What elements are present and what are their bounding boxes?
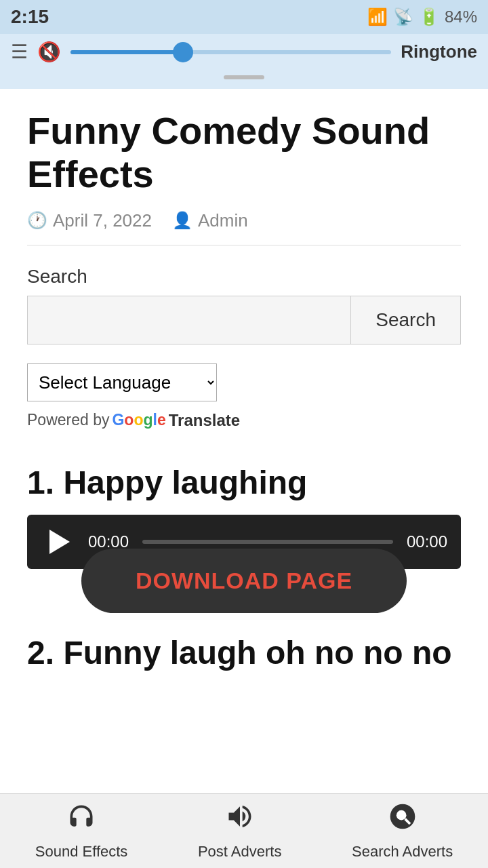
volume-bar: ☰ 🔇 Ringtone (0, 34, 488, 73)
nav-label-sound-effects: Sound Effects (35, 843, 128, 861)
google-logo: Google (112, 411, 165, 429)
battery-percent: 84% (445, 7, 477, 26)
svg-point-1 (396, 810, 406, 821)
bottom-nav: Sound Effects Post Adverts Search Advert… (0, 793, 488, 868)
language-select[interactable]: Select Language English Spanish French G… (27, 363, 217, 401)
time-end-1: 00:00 (407, 532, 447, 551)
clock-icon: 🕐 (27, 211, 47, 230)
language-section: Select Language English Spanish French G… (27, 363, 461, 430)
search-section: Search Search (27, 266, 461, 344)
status-time: 2:15 (11, 6, 49, 28)
signal-icon: 📡 (393, 7, 413, 26)
nav-label-post-adverts: Post Adverts (198, 843, 282, 861)
sound-title-2: 2. Funny laugh oh no no no (27, 633, 461, 673)
page-title: Funny Comedy Sound Effects (27, 109, 461, 197)
nav-label-search-adverts: Search Adverts (352, 843, 453, 861)
play-icon-1 (49, 530, 70, 554)
meta-row: 🕐 April 7, 2022 👤 Admin (27, 210, 461, 245)
progress-track-1[interactable] (142, 540, 393, 544)
nav-item-post-adverts[interactable]: Post Adverts (184, 796, 296, 866)
volume-slider[interactable] (70, 50, 391, 54)
nav-item-search-adverts[interactable]: Search Adverts (338, 796, 466, 866)
headphones-icon (66, 802, 96, 837)
author-meta: 👤 Admin (172, 210, 248, 231)
search-label: Search (27, 266, 461, 288)
date-meta: 🕐 April 7, 2022 (27, 210, 152, 231)
download-button[interactable]: DOWNLOAD PAGE (81, 549, 407, 613)
powered-by: Powered by Google Translate (27, 411, 461, 430)
sound-item-2: 2. Funny laugh oh no no no (27, 633, 461, 673)
drag-handle (224, 75, 264, 79)
battery-icon: 🔋 (419, 7, 439, 26)
translate-text: Translate (169, 411, 240, 430)
status-icons: 📶 📡 🔋 84% (367, 7, 477, 26)
search-input[interactable] (27, 296, 351, 344)
play-button-1[interactable] (41, 525, 75, 559)
search-row: Search (27, 296, 461, 344)
post-author: Admin (198, 210, 248, 231)
main-content: Funny Comedy Sound Effects 🕐 April 7, 20… (0, 89, 488, 753)
wifi-icon: 📶 (367, 7, 388, 26)
post-date: April 7, 2022 (53, 210, 152, 231)
status-bar: 2:15 📶 📡 🔋 84% (0, 0, 488, 34)
menu-icon[interactable]: ☰ (11, 41, 28, 63)
powered-by-text: Powered by (27, 411, 109, 429)
search-button[interactable]: Search (351, 296, 461, 344)
megaphone-icon (225, 802, 255, 837)
nav-item-sound-effects[interactable]: Sound Effects (22, 796, 142, 866)
search-circle-icon (388, 802, 418, 837)
app-title: Ringtone (401, 41, 477, 62)
sound-title-1: 1. Happy laughing (27, 464, 461, 501)
mute-icon[interactable]: 🔇 (37, 41, 61, 63)
author-icon: 👤 (172, 211, 192, 230)
